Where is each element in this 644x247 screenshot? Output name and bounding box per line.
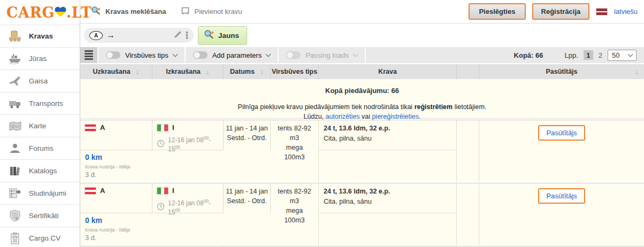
svg-text:CV: CV bbox=[12, 235, 18, 239]
filter-label: Passing loads bbox=[305, 51, 349, 59]
new-search-button[interactable]: Jauns bbox=[198, 26, 247, 45]
sort-arrow-icon[interactable]: ↓ bbox=[206, 67, 210, 76]
sidebar-item-label: Kravas bbox=[29, 32, 53, 40]
kebab-menu-icon[interactable]: ••• bbox=[186, 32, 188, 40]
sort-arrow-icon[interactable]: ↓ bbox=[260, 67, 264, 76]
cargo-details: Cita, pilna, sānu bbox=[324, 197, 451, 207]
language-selector[interactable]: latviešu bbox=[614, 7, 638, 16]
column-header-empty bbox=[457, 64, 479, 79]
column-header-datums[interactable]: Datums ↓ bbox=[224, 64, 271, 79]
orderer-button[interactable]: Pasūtītājs bbox=[538, 188, 585, 204]
hamburger-menu-button[interactable] bbox=[80, 47, 98, 63]
cargo-search-link[interactable]: Kravas meklēšana bbox=[91, 6, 166, 18]
total-count: Kopā: 66 bbox=[514, 51, 543, 59]
italy-flag-icon bbox=[157, 124, 168, 132]
page-size-select[interactable]: 50 bbox=[608, 50, 637, 61]
search-plus-icon bbox=[91, 6, 101, 18]
date-days: Sestd. - Otrd. bbox=[225, 196, 269, 206]
filter-passing-loads: Passing loads bbox=[279, 47, 366, 63]
cargo-cell: 24 t, 13.6 ldm, 32 e.p. Cita, pilna, sān… bbox=[319, 183, 457, 245]
cv-clipboard-icon: CV bbox=[7, 231, 22, 245]
filter-label: Virsbūves tips bbox=[125, 51, 168, 59]
filter-label: Add parameters bbox=[212, 51, 262, 59]
unloading-cell: I 12-16 jan 0800-1500 bbox=[152, 120, 224, 150]
logo[interactable]: CARG .LT bbox=[0, 0, 80, 25]
loading-cell: A bbox=[80, 120, 152, 150]
pencil-icon[interactable] bbox=[173, 30, 182, 41]
register-link[interactable]: piereģistrēieties bbox=[372, 113, 419, 120]
loading-country: A bbox=[100, 124, 105, 132]
sidebar-item-label: Cargo.CV bbox=[29, 234, 60, 242]
unloading-country: I bbox=[172, 187, 174, 195]
authorize-link[interactable]: autorizēties bbox=[326, 113, 360, 120]
filter-virsbuves-tips[interactable]: Virsbūves tips bbox=[98, 47, 186, 63]
column-label: Izkraušana bbox=[166, 68, 201, 75]
column-label: Krava bbox=[378, 68, 397, 75]
pages-label: Lpp. bbox=[564, 51, 578, 59]
sidebar-item-karte[interactable]: Karte bbox=[0, 114, 80, 137]
column-label: Datums bbox=[230, 68, 255, 75]
column-header-pasutitajs[interactable]: Pasūtītājs ↓ bbox=[479, 64, 644, 79]
distance-link[interactable]: 0 km bbox=[85, 153, 266, 161]
login-button[interactable]: Pieslēgties bbox=[469, 3, 526, 20]
sidebar-item-kravas[interactable]: Kravas bbox=[0, 25, 80, 47]
cargo-row[interactable]: A I 12-16 jan 0800-1500 11 jan - 14 jan … bbox=[80, 183, 644, 245]
sidebar-item-katalogs[interactable]: Katalogs bbox=[0, 159, 80, 182]
toggle-off-icon[interactable] bbox=[106, 51, 120, 59]
cargo-row[interactable]: A I 12-16 jan 0800-1500 11 jan - 14 jan … bbox=[80, 120, 644, 182]
sidebar-item-sludinajumi[interactable]: Sludinājumi bbox=[0, 182, 80, 204]
toggle-off-icon bbox=[286, 51, 301, 59]
column-header-izkrausana[interactable]: Izkraušana ↓ bbox=[152, 64, 224, 79]
spacer-cell bbox=[457, 120, 479, 182]
date-cell: 11 jan - 14 jan Sestd. - Otrd. bbox=[224, 183, 271, 213]
orderer-button[interactable]: Pasūtītājs bbox=[538, 125, 585, 141]
main-area: Kravas meklēšana Pievienot kravu Pieslēg… bbox=[80, 0, 644, 247]
plane-icon bbox=[7, 74, 22, 88]
sort-arrow-icon[interactable]: ↓ bbox=[136, 67, 140, 76]
registration-notice: Kopā piedāvājumu: 66 Pilnīga piekļuve kr… bbox=[80, 79, 644, 119]
date-days: Sestd. - Otrd. bbox=[225, 133, 269, 143]
search-badge[interactable]: A bbox=[89, 31, 103, 40]
register-button[interactable]: Reģistrācija bbox=[532, 3, 589, 20]
cargo-search-label: Kravas meklēšana bbox=[105, 7, 166, 16]
column-header-virsbuves-tips: Virsbūves tips bbox=[271, 64, 319, 79]
board-icon bbox=[181, 6, 190, 17]
loading-country: A bbox=[100, 187, 105, 195]
sidebar-item-sertifikati[interactable]: Sertifikāti bbox=[0, 204, 80, 227]
column-header-uzkrausana[interactable]: Uzkraušana ↓ bbox=[80, 64, 152, 79]
truck-icon bbox=[7, 97, 22, 111]
toggle-off-icon[interactable] bbox=[193, 51, 208, 59]
date-cell: 11 jan - 14 jan Sestd. - Otrd. bbox=[224, 120, 271, 150]
page-2-button[interactable]: 2 bbox=[599, 51, 602, 59]
page-1-button[interactable]: 1 bbox=[584, 50, 593, 60]
sidebar-item-label: Karte bbox=[29, 122, 46, 130]
sidebar-item-cargocv[interactable]: CV Cargo.CV bbox=[0, 227, 80, 247]
clock-icon bbox=[157, 140, 165, 150]
ship-icon bbox=[7, 52, 22, 66]
saved-search-pill[interactable]: A → ••• bbox=[84, 28, 194, 43]
cargo-details: Cita, pilna, sānu bbox=[324, 134, 451, 144]
sidebar-item-juras[interactable]: Jūras bbox=[0, 47, 80, 70]
filter-add-parameters[interactable]: Add parameters bbox=[186, 47, 279, 63]
orderer-cell: Pasūtītājs bbox=[479, 183, 644, 245]
sidebar-item-gaisa[interactable]: Gaisa bbox=[0, 70, 80, 92]
column-label: Pasūtītājs bbox=[546, 68, 577, 75]
sidebar-item-label: Transports bbox=[29, 99, 63, 107]
heart-ukraine-icon bbox=[55, 4, 66, 21]
austria-flag-icon bbox=[85, 124, 96, 132]
search-toolbar: A → ••• Jauns bbox=[80, 24, 644, 47]
column-label: Virsbūves tips bbox=[272, 68, 317, 75]
sidebar-item-transports[interactable]: Transports bbox=[0, 92, 80, 114]
add-cargo-link[interactable]: Pievienot kravu bbox=[181, 6, 242, 17]
pallet-icon bbox=[7, 29, 22, 43]
sort-arrow-icon[interactable]: ↓ bbox=[635, 67, 639, 76]
sidebar-item-label: Katalogs bbox=[29, 167, 57, 175]
map-icon bbox=[7, 119, 22, 133]
chevron-down-icon bbox=[353, 51, 358, 57]
filter-bar: Virsbūves tips Add parameters Passing lo… bbox=[80, 47, 644, 63]
distance-link[interactable]: 0 km bbox=[85, 216, 266, 225]
chevron-down-icon bbox=[172, 51, 178, 57]
sidebar-item-forums[interactable]: Forums bbox=[0, 137, 80, 159]
search-plus-icon bbox=[204, 29, 214, 42]
books-icon bbox=[7, 164, 22, 178]
